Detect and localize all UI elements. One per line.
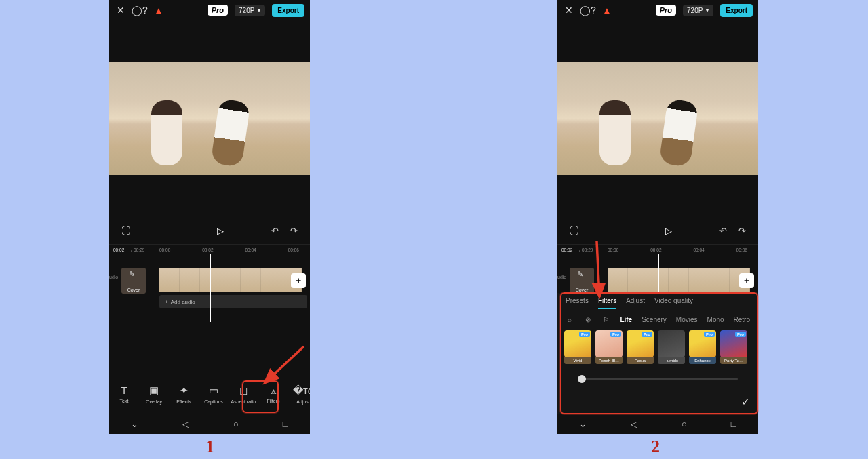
filter-categories: ⌕ ⊘ ⚐ Life Scenery Movies Mono Retro: [557, 309, 758, 327]
filter-focus[interactable]: ProFocus: [627, 330, 654, 364]
cat-life[interactable]: Life: [620, 316, 632, 323]
pencil-icon: ✎: [129, 270, 135, 279]
captions-icon: ▭: [209, 384, 218, 397]
cover-button[interactable]: ✎ Cover: [570, 268, 594, 294]
tool-text[interactable]: TText: [109, 384, 139, 403]
add-clip-button[interactable]: +: [739, 273, 754, 288]
filter-humble[interactable]: Humble: [658, 330, 685, 364]
resolution-label: 720P: [687, 7, 703, 14]
redo-icon[interactable]: ↷: [287, 226, 300, 236]
chevron-down-icon: ▼: [705, 8, 709, 13]
help-icon[interactable]: ◯?: [582, 4, 594, 16]
flame-icon[interactable]: ▲: [601, 4, 613, 16]
screenshot-step-2: ✕ ◯? ▲ Pro 720P ▼ Export ⛶ ▷ ↶ ↷ 00:02 /…: [557, 0, 758, 434]
fullscreen-icon[interactable]: ⛶: [119, 226, 132, 236]
export-button[interactable]: Export: [272, 4, 304, 17]
add-clip-button[interactable]: +: [291, 273, 306, 288]
total-time: 00:29: [582, 247, 593, 252]
filter-top-tabs: Presets Filters Adjust Video quality: [557, 293, 758, 309]
tool-filters[interactable]: ⟁Filters: [258, 384, 288, 403]
confirm-icon[interactable]: ✓: [741, 395, 750, 408]
slider-knob[interactable]: [578, 375, 586, 383]
tool-captions[interactable]: ▭Captions: [199, 384, 229, 404]
timeline-ruler[interactable]: 00:02 / 00:29 00:00 00:02 00:04 00:06: [109, 244, 310, 254]
tool-overlay[interactable]: ▣Overlay: [139, 384, 169, 404]
bottom-toolbar: TText ▣Overlay ✦Effects ▭Captions ◻Aspec…: [109, 377, 310, 411]
chevron-down-icon: ▼: [256, 8, 261, 13]
android-navbar: ⌄ ◁ ○ □: [109, 414, 310, 434]
nav-home-icon[interactable]: ○: [233, 419, 239, 429]
cat-scenery[interactable]: Scenery: [642, 316, 667, 323]
nav-home-icon[interactable]: ○: [682, 419, 687, 429]
tool-aspect-ratio[interactable]: ◻Aspect ratio: [229, 384, 258, 404]
filter-peach[interactable]: ProPeach Bl…: [595, 330, 623, 364]
filters-panel: Presets Filters Adjust Video quality ⌕ ⊘…: [557, 293, 758, 414]
total-time: 00:29: [134, 247, 144, 252]
player-controls: ⛶ ▷ ↶ ↷: [557, 217, 758, 244]
filter-enhance[interactable]: ProEnhance: [689, 330, 716, 364]
nav-recent-icon[interactable]: □: [283, 419, 288, 429]
fullscreen-icon[interactable]: ⛶: [567, 226, 580, 236]
video-clip[interactable]: [608, 268, 750, 292]
annotation-step-number: 2: [651, 437, 660, 457]
close-icon[interactable]: ✕: [563, 4, 575, 16]
overlay-icon: ▣: [149, 384, 159, 397]
preview-figure: [151, 100, 182, 165]
pro-badge[interactable]: Pro: [656, 5, 676, 16]
help-icon[interactable]: ◯?: [134, 4, 146, 16]
playhead[interactable]: [210, 254, 211, 322]
plus-icon: +: [165, 299, 168, 305]
tool-adjust[interactable]: �тоAdjust: [288, 384, 310, 404]
resolution-label: 720P: [239, 7, 254, 14]
cat-movies[interactable]: Movies: [676, 316, 698, 323]
none-icon[interactable]: ⊘: [584, 316, 593, 323]
redo-icon[interactable]: ↷: [735, 226, 749, 236]
player-controls: ⛶ ▷ ↶ ↷: [109, 217, 310, 244]
export-button[interactable]: Export: [720, 4, 753, 17]
preview-figure: [599, 100, 631, 165]
nav-back-icon[interactable]: ◁: [631, 419, 637, 429]
tab-video-quality[interactable]: Video quality: [654, 297, 693, 309]
search-icon[interactable]: ⌕: [566, 316, 574, 323]
flame-icon[interactable]: ▲: [153, 4, 165, 16]
close-icon[interactable]: ✕: [115, 4, 127, 16]
tab-filters[interactable]: Filters: [598, 297, 616, 309]
text-icon: T: [121, 384, 127, 396]
filter-party[interactable]: ProParty To…: [720, 330, 747, 364]
cat-mono[interactable]: Mono: [707, 316, 724, 323]
audio-track-label: udio: [109, 275, 118, 279]
nav-back-icon[interactable]: ◁: [182, 419, 189, 429]
chevron-down-icon[interactable]: ⌄: [131, 419, 138, 429]
timeline-ruler[interactable]: 00:02 / 00:29 00:00 00:02 00:04 00:06: [557, 244, 758, 254]
video-preview[interactable]: [557, 62, 758, 175]
play-icon[interactable]: ▷: [214, 226, 227, 236]
cover-button[interactable]: ✎ Cover: [121, 268, 146, 294]
video-clip[interactable]: [159, 268, 302, 292]
preview-figure: [659, 98, 699, 167]
resolution-dropdown[interactable]: 720P ▼: [683, 5, 713, 16]
add-audio-button[interactable]: + Add audio: [159, 295, 307, 308]
undo-icon[interactable]: ↶: [716, 226, 730, 236]
audio-track-label: udio: [557, 275, 566, 279]
video-preview[interactable]: [109, 62, 310, 175]
tool-effects[interactable]: ✦Effects: [169, 384, 199, 404]
play-icon[interactable]: ▷: [662, 226, 675, 236]
top-bar: ✕ ◯? ▲ Pro 720P ▼ Export: [109, 0, 310, 20]
top-bar: ✕ ◯? ▲ Pro 720P ▼ Export: [557, 0, 758, 20]
resolution-dropdown[interactable]: 720P ▼: [235, 5, 265, 16]
current-time: 00:02: [561, 247, 572, 252]
undo-icon[interactable]: ↶: [268, 226, 281, 236]
tab-adjust[interactable]: Adjust: [626, 297, 645, 309]
pro-badge[interactable]: Pro: [208, 5, 228, 16]
chevron-down-icon[interactable]: ⌄: [579, 419, 587, 429]
adjust-icon: �то: [293, 384, 310, 397]
filter-intensity-slider[interactable]: [578, 378, 738, 380]
bookmark-icon[interactable]: ⚐: [602, 316, 611, 323]
tab-presets[interactable]: Presets: [566, 297, 589, 309]
cat-retro[interactable]: Retro: [734, 316, 750, 323]
timeline[interactable]: udio ✎ Cover + + Add audio: [109, 268, 310, 326]
annotation-step-number: 1: [205, 437, 214, 457]
filter-vivid[interactable]: ProVivid: [564, 330, 591, 364]
filter-thumbnails: ProVivid ProPeach Bl… ProFocus Humble Pr…: [557, 327, 758, 367]
nav-recent-icon[interactable]: □: [731, 419, 736, 429]
